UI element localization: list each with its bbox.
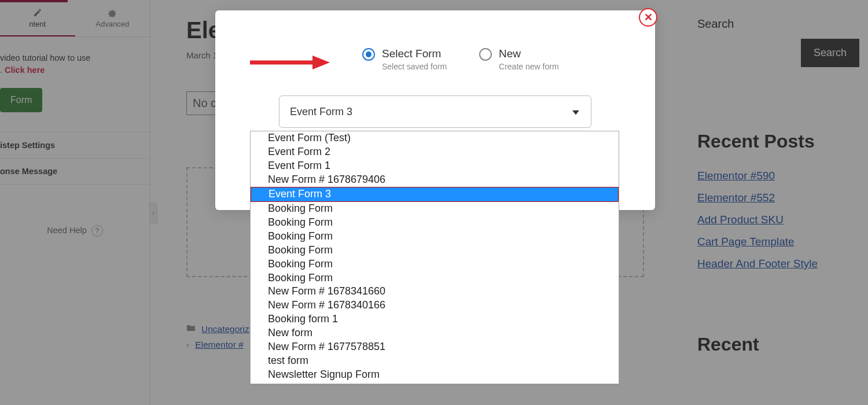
- dropdown-option[interactable]: New form: [251, 326, 619, 340]
- dropdown-option[interactable]: Event Form (Test): [251, 131, 619, 145]
- form-select-value: Event Form 3: [290, 106, 352, 118]
- dropdown-option[interactable]: New Form # 1678341660: [251, 285, 619, 299]
- caret-down-icon: [572, 106, 579, 118]
- radio-new-sub: Create new form: [499, 62, 558, 71]
- svg-marker-1: [312, 56, 330, 69]
- svg-marker-2: [572, 111, 579, 115]
- dropdown-option[interactable]: Booking Form: [251, 230, 619, 244]
- form-select-dropdown: Event Form (Test)Event Form 2Event Form …: [250, 131, 619, 384]
- dropdown-option[interactable]: New Form # 1677578851: [251, 340, 619, 354]
- dropdown-option[interactable]: Booking Form: [251, 244, 619, 257]
- radio-new[interactable]: New Create new form: [479, 47, 558, 71]
- form-select[interactable]: Event Form 3: [279, 95, 591, 128]
- annotation-arrow: [250, 54, 331, 71]
- dropdown-option[interactable]: New Form # 1678340166: [251, 299, 619, 312]
- dropdown-option[interactable]: New Form # 1678679406: [251, 173, 619, 187]
- dropdown-option[interactable]: Booking form 1: [251, 312, 619, 326]
- dropdown-scroll[interactable]: Event Form (Test)Event Form 2Event Form …: [251, 131, 619, 384]
- radio-new-title: New: [499, 47, 558, 60]
- dropdown-option[interactable]: Booking Form: [251, 216, 619, 230]
- radio-unselected-icon: [479, 48, 492, 61]
- dropdown-option[interactable]: test form: [251, 354, 619, 368]
- dropdown-option[interactable]: Booking Form: [251, 257, 619, 271]
- dropdown-option[interactable]: Event Form 2: [251, 145, 619, 159]
- radio-select-form[interactable]: Select Form Select saved form: [362, 47, 447, 71]
- radio-select-form-title: Select Form: [382, 47, 447, 60]
- dropdown-option[interactable]: Event Form 1: [251, 159, 619, 173]
- close-icon: ✕: [644, 11, 653, 24]
- dropdown-option[interactable]: Booking Form: [251, 271, 619, 285]
- dropdown-option[interactable]: Booking Form: [251, 202, 619, 216]
- radio-select-form-sub: Select saved form: [382, 62, 447, 71]
- dropdown-option[interactable]: contact form: [251, 382, 619, 384]
- dropdown-option[interactable]: Event Form 3: [251, 187, 619, 202]
- close-button[interactable]: ✕: [639, 8, 657, 27]
- radio-selected-icon: [362, 48, 375, 61]
- dropdown-option[interactable]: Newsletter Signup Form: [251, 368, 619, 382]
